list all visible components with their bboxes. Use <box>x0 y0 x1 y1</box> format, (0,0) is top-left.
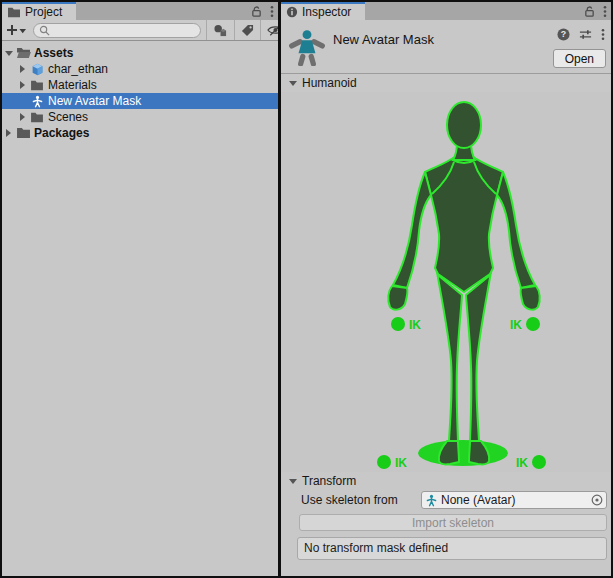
project-panel: Project <box>2 2 278 576</box>
folder-icon <box>15 126 31 140</box>
mass-center-ellipse[interactable] <box>418 440 508 466</box>
right-hand-ik-label: IK <box>510 318 522 332</box>
tree-row-new-avatar-mask[interactable]: New Avatar Mask <box>2 93 278 109</box>
tree-row-label: Scenes <box>48 110 88 124</box>
left-hand-ik-label: IK <box>409 318 421 332</box>
folder-icon <box>7 6 21 18</box>
lock-icon[interactable] <box>247 2 266 20</box>
body-part-left-arm[interactable] <box>393 172 431 288</box>
info-icon <box>286 6 298 18</box>
tree-row-label: New Avatar Mask <box>48 94 141 108</box>
right-foot-ik-label: IK <box>516 456 528 470</box>
transform-foldout[interactable]: Transform <box>281 472 611 490</box>
tab-inspector[interactable]: Inspector <box>281 2 365 20</box>
tree-row-assets[interactable]: Assets <box>2 45 278 61</box>
transform-mask-helpbox: No transform mask defined <box>297 537 607 560</box>
folder-open-icon <box>15 46 31 60</box>
tree-row-label: char_ethan <box>48 62 108 76</box>
transform-foldout-label: Transform <box>302 474 356 488</box>
body-part-left-leg[interactable] <box>437 272 462 441</box>
body-part-torso[interactable] <box>425 156 503 292</box>
left-foot-ik-label: IK <box>395 456 407 470</box>
object-picker-icon[interactable] <box>590 493 604 507</box>
use-skeleton-row: Use skeleton from None (Avatar) <box>281 490 611 510</box>
tree-row-packages[interactable]: Packages <box>2 125 278 141</box>
project-toolbar: 10 <box>2 20 278 41</box>
tab-project[interactable]: Project <box>2 2 76 20</box>
tabbar-spacer <box>365 2 580 20</box>
tree-row-char-ethan[interactable]: char_ethan <box>2 61 278 77</box>
use-skeleton-label: Use skeleton from <box>301 493 417 507</box>
svg-text:?: ? <box>561 29 566 39</box>
inspector-tabbar: Inspector <box>281 2 611 20</box>
foldout-arrow[interactable] <box>16 113 29 121</box>
body-part-head[interactable] <box>447 102 481 148</box>
humanoid-body-map: IK IK IK IK <box>281 92 611 472</box>
humanoid-foldout-label: Humanoid <box>302 76 357 90</box>
foldout-arrow[interactable] <box>16 81 29 89</box>
inspector-header: New Avatar Mask ? Open <box>281 20 611 74</box>
help-icon[interactable]: ? <box>557 28 570 41</box>
asset-title: New Avatar Mask <box>333 32 434 47</box>
foldout-arrow[interactable] <box>16 65 29 73</box>
kebab-menu-icon[interactable] <box>601 28 605 41</box>
skeleton-object-value: None (Avatar) <box>441 493 515 507</box>
tree-row-label: Materials <box>48 78 97 92</box>
tree-row-scenes[interactable]: Scenes <box>2 109 278 125</box>
hidden-packages-button[interactable]: 10 <box>260 20 278 40</box>
avatar-mask-icon <box>29 94 45 108</box>
avatar-icon <box>425 494 438 507</box>
search-by-label-button[interactable] <box>234 20 260 40</box>
search-by-type-button[interactable] <box>206 20 234 40</box>
right-foot-ik-dot[interactable] <box>532 455 546 469</box>
humanoid-foldout[interactable]: Humanoid <box>281 74 611 92</box>
import-skeleton-button[interactable]: Import skeleton <box>299 514 607 531</box>
left-foot-ik-dot[interactable] <box>377 455 391 469</box>
model-cube-icon <box>29 62 45 76</box>
body-part-right-leg[interactable] <box>466 272 491 441</box>
search-field[interactable] <box>33 23 201 38</box>
inspector-panel: Inspector New Avatar Mask <box>281 2 611 576</box>
project-tabbar: Project <box>2 2 278 20</box>
body-part-right-hand[interactable] <box>521 286 540 310</box>
foldout-arrow[interactable] <box>2 51 15 56</box>
folder-icon <box>29 78 45 92</box>
search-icon <box>39 25 50 36</box>
tree-row-label: Assets <box>34 46 73 60</box>
eye-off-icon <box>267 24 278 36</box>
tree-row-materials[interactable]: Materials <box>2 77 278 93</box>
create-asset-button[interactable] <box>2 20 31 40</box>
kebab-menu-icon[interactable] <box>266 2 278 20</box>
tab-inspector-label: Inspector <box>302 5 351 19</box>
transform-section: Transform Use skeleton from None (Avatar… <box>281 472 611 576</box>
tree-row-label: Packages <box>34 126 89 140</box>
kebab-menu-icon[interactable] <box>599 2 611 20</box>
search-input[interactable] <box>53 24 195 36</box>
left-hand-ik-dot[interactable] <box>391 317 405 331</box>
unity-window: Project <box>0 0 613 578</box>
presets-icon[interactable] <box>579 28 592 41</box>
right-hand-ik-dot[interactable] <box>526 317 540 331</box>
lock-icon[interactable] <box>580 2 599 20</box>
project-tree: Assets char_ethan Materials <box>2 41 278 576</box>
foldout-arrow-icon <box>289 81 297 86</box>
tabbar-spacer <box>76 2 247 20</box>
avatar-mask-large-icon <box>288 28 326 66</box>
foldout-arrow[interactable] <box>2 129 15 137</box>
folder-icon <box>29 110 45 124</box>
tab-project-label: Project <box>25 5 62 19</box>
open-button[interactable]: Open <box>553 49 606 68</box>
body-part-left-hand[interactable] <box>388 286 407 310</box>
foldout-arrow-icon <box>289 479 297 484</box>
body-part-right-arm[interactable] <box>497 172 535 288</box>
skeleton-object-field[interactable]: None (Avatar) <box>421 491 607 509</box>
